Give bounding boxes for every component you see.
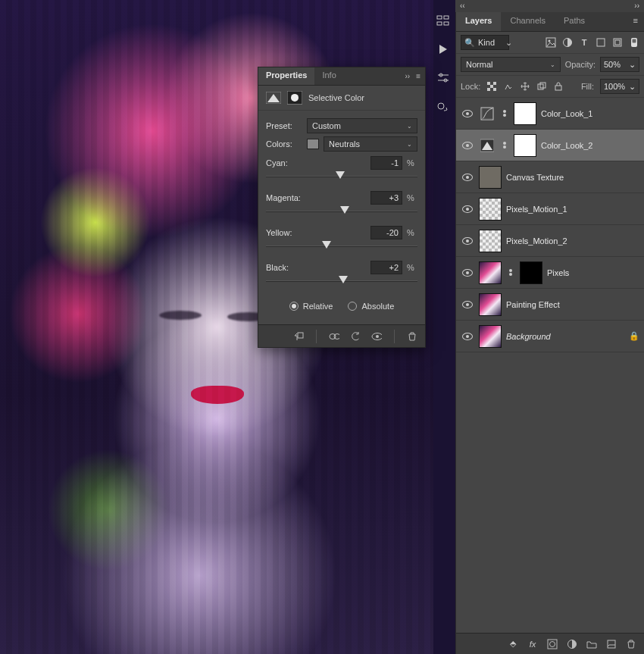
reset-icon[interactable] xyxy=(350,331,361,342)
layer-row[interactable]: Painting Effect xyxy=(456,289,644,321)
slider-black-value[interactable] xyxy=(370,261,402,274)
new-group-icon[interactable] xyxy=(586,639,597,649)
mask-icon[interactable] xyxy=(287,92,302,104)
layer-name[interactable]: Background xyxy=(506,332,624,341)
layer-name[interactable]: Pixels xyxy=(547,268,624,277)
filter-type-icon[interactable]: T xyxy=(579,37,589,48)
slider-handle-icon[interactable] xyxy=(339,276,348,283)
slider-handle-icon[interactable] xyxy=(322,241,331,249)
libraries-panel-icon[interactable] xyxy=(436,100,450,114)
mask-thumb[interactable] xyxy=(520,261,542,284)
layer-name[interactable]: Color_Look_2 xyxy=(541,141,624,150)
layer-thumb[interactable] xyxy=(479,325,502,348)
delete-layer-icon[interactable] xyxy=(626,639,636,649)
slider-cyan-track[interactable] xyxy=(266,171,417,182)
collapse-icon[interactable]: ›› xyxy=(405,72,410,80)
clip-to-layer-icon[interactable] xyxy=(293,331,304,342)
add-mask-icon[interactable] xyxy=(547,639,558,649)
properties-panel: Properties Info ›› ≡ Selective Color Pre… xyxy=(258,67,426,348)
tab-info[interactable]: Info xyxy=(314,67,343,85)
slider-cyan-value[interactable] xyxy=(370,156,402,170)
properties-footer xyxy=(258,324,425,347)
layer-row[interactable]: Canvas Texture xyxy=(456,161,644,193)
link-layers-icon[interactable]: ⬘ xyxy=(508,639,518,649)
history-panel-icon[interactable] xyxy=(436,14,450,27)
adjustments-panel-icon[interactable] xyxy=(436,71,450,85)
collapse-right-icon[interactable]: ›› xyxy=(634,2,639,11)
layer-thumb[interactable] xyxy=(479,166,502,189)
blend-mode-dropdown[interactable]: Normal ⌄ xyxy=(461,57,561,72)
visibility-toggle[interactable] xyxy=(461,110,474,117)
view-previous-icon[interactable] xyxy=(329,331,339,342)
layer-name[interactable]: Pixels_Motion_2 xyxy=(506,236,624,246)
collapse-left-icon[interactable]: ‹‹ xyxy=(460,2,465,11)
layer-name[interactable]: Painting Effect xyxy=(506,300,624,309)
layer-row[interactable]: Color_Look_2 xyxy=(456,130,644,161)
visibility-toggle[interactable] xyxy=(461,333,474,340)
layer-thumb[interactable] xyxy=(479,198,502,221)
filter-adjust-icon[interactable] xyxy=(562,37,573,48)
slider-yellow-track[interactable] xyxy=(266,241,417,252)
slider-magenta-track[interactable] xyxy=(266,206,417,217)
filter-smart-icon[interactable] xyxy=(612,37,623,48)
tab-properties[interactable]: Properties xyxy=(258,67,314,85)
layer-thumb[interactable] xyxy=(479,293,502,316)
visibility-toggle[interactable] xyxy=(461,174,474,181)
filter-kind-dropdown[interactable]: 🔍 ⌄ xyxy=(461,35,509,50)
new-layer-icon[interactable] xyxy=(606,639,617,649)
layer-row[interactable]: Color_Look_1 xyxy=(456,98,644,130)
layer-name[interactable]: Canvas Texture xyxy=(506,173,624,182)
visibility-toggle[interactable] xyxy=(461,205,474,213)
visibility-toggle[interactable] xyxy=(461,269,474,277)
eye-icon xyxy=(462,174,473,181)
tab-paths[interactable]: Paths xyxy=(555,12,594,31)
mask-thumb[interactable] xyxy=(514,102,536,125)
visibility-toggle[interactable] xyxy=(461,237,474,245)
preset-dropdown[interactable]: Custom ⌄ xyxy=(307,118,417,133)
fill-field[interactable]: 100% ⌄ xyxy=(600,79,639,94)
link-icon[interactable] xyxy=(506,269,515,276)
tab-channels[interactable]: Channels xyxy=(501,12,554,31)
slider-magenta-value[interactable] xyxy=(370,191,402,205)
layer-row[interactable]: Background 🔒 xyxy=(456,321,644,352)
layer-row[interactable]: Pixels xyxy=(456,257,644,289)
layer-list[interactable]: Color_Look_1 Color_Look_2 Canvas Texture… xyxy=(456,98,644,633)
layer-thumb[interactable] xyxy=(479,230,502,252)
lock-nested-icon[interactable] xyxy=(536,81,547,92)
properties-tabs: Properties Info ›› ≡ xyxy=(258,67,425,86)
layer-row[interactable]: Pixels_Motion_1 xyxy=(456,193,644,225)
layer-row[interactable]: Pixels_Motion_2 xyxy=(456,225,644,257)
slider-handle-icon[interactable] xyxy=(336,171,345,179)
panel-menu-icon[interactable]: ≡ xyxy=(627,12,644,31)
mask-thumb[interactable] xyxy=(514,134,536,157)
filter-pixel-icon[interactable] xyxy=(546,37,556,48)
link-icon[interactable] xyxy=(500,142,509,149)
opacity-field[interactable]: 50% ⌄ xyxy=(600,57,639,72)
filter-shape-icon[interactable] xyxy=(596,37,606,48)
colors-dropdown[interactable]: Neutrals ⌄ xyxy=(324,136,417,152)
slider-handle-icon[interactable] xyxy=(340,206,349,214)
tab-layers[interactable]: Layers xyxy=(456,12,501,31)
visibility-toggle[interactable] xyxy=(461,142,474,149)
slider-black-track[interactable] xyxy=(266,276,417,286)
layer-thumb[interactable] xyxy=(479,261,502,284)
new-adjustment-icon[interactable] xyxy=(567,639,577,649)
fx-icon[interactable]: fx xyxy=(527,639,538,649)
radio-absolute[interactable]: Absolute xyxy=(348,302,394,311)
radio-relative[interactable]: Relative xyxy=(289,302,333,311)
delete-adjustment-icon[interactable] xyxy=(407,331,417,342)
filter-kind-input[interactable] xyxy=(478,38,502,47)
toggle-visibility-icon[interactable] xyxy=(371,331,382,342)
layer-name[interactable]: Color_Look_1 xyxy=(541,109,624,118)
filter-toggle-icon[interactable] xyxy=(629,37,639,48)
link-icon[interactable] xyxy=(500,110,509,117)
visibility-toggle[interactable] xyxy=(461,301,474,308)
lock-transparency-icon[interactable] xyxy=(486,81,497,92)
slider-yellow-value[interactable] xyxy=(370,226,402,239)
lock-image-icon[interactable] xyxy=(503,81,514,92)
panel-menu-icon[interactable]: ≡ xyxy=(416,72,420,80)
lock-all-icon[interactable] xyxy=(553,81,564,92)
actions-panel-icon[interactable] xyxy=(436,42,450,56)
layer-name[interactable]: Pixels_Motion_1 xyxy=(506,205,624,214)
lock-position-icon[interactable] xyxy=(520,81,530,92)
